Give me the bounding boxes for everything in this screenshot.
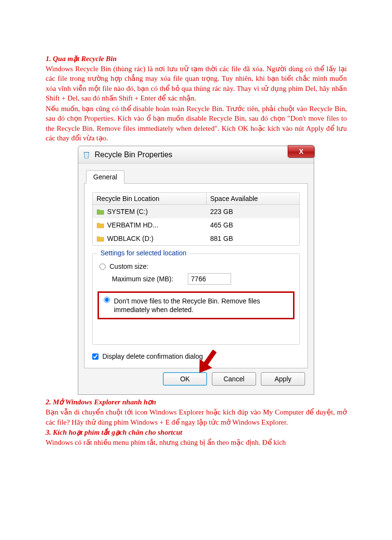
max-size-label: Maximum size (MB): xyxy=(112,275,173,283)
dialog-body: General Recycle Bin Location Space Avail… xyxy=(78,163,314,394)
max-size-input[interactable] xyxy=(188,273,231,285)
table-row[interactable]: WDBLACK (D:) 881 GB xyxy=(93,232,299,245)
disk-space: 465 GB xyxy=(207,219,300,231)
dont-move-radio-row[interactable]: Don't move files to the Recycle Bin. Rem… xyxy=(104,297,288,314)
col-location[interactable]: Recycle Bin Location xyxy=(93,193,207,204)
recycle-bin-properties-dialog: Recycle Bin Properties X General Recycle… xyxy=(78,146,314,395)
disk-space: 223 GB xyxy=(207,206,300,217)
tab-strip: General xyxy=(84,169,308,184)
custom-size-radio-row[interactable]: Custom size: xyxy=(99,263,293,270)
section-3-para-1: Windows có rất nhiều menu phím tắt, nhưn… xyxy=(46,438,347,447)
table-row[interactable]: VERBATIM HD... 465 GB xyxy=(93,218,299,232)
table-row[interactable]: SYSTEM (C:) 223 GB xyxy=(93,205,299,218)
folder-icon xyxy=(97,222,104,228)
section-3-heading: 3. Kích hoạt phím tắt gạch chân cho shor… xyxy=(46,428,347,437)
section-2-heading: 2. Mở Windows Explorer nhanh hơn xyxy=(46,398,347,406)
col-space[interactable]: Space Available xyxy=(207,193,300,204)
max-size-row: Maximum size (MB): xyxy=(112,273,293,285)
disk-name: VERBATIM HD... xyxy=(107,221,158,229)
dialog-button-row: OK Cancel Apply xyxy=(84,368,308,389)
folder-icon xyxy=(97,208,104,215)
recycle-bin-icon xyxy=(82,151,91,159)
custom-size-radio[interactable] xyxy=(99,264,106,270)
close-icon: X xyxy=(299,148,303,155)
tab-panel: Recycle Bin Location Space Available SYS… xyxy=(84,184,308,368)
dont-move-highlight: Don't move files to the Recycle Bin. Rem… xyxy=(98,291,294,319)
dialog-title: Recycle Bin Properties xyxy=(95,151,172,159)
settings-group-title: Settings for selected location xyxy=(98,249,189,257)
settings-group: Settings for selected location Custom si… xyxy=(92,253,300,345)
disk-name: WDBLACK (D:) xyxy=(107,235,153,242)
dont-move-radio[interactable] xyxy=(104,297,110,303)
section-1-para-2: Nếu muốn, bạn cũng có thể disable hoàn t… xyxy=(46,104,347,143)
disk-name: SYSTEM (C:) xyxy=(107,208,148,215)
dialog-titlebar: Recycle Bin Properties X xyxy=(78,146,314,163)
apply-button[interactable]: Apply xyxy=(261,372,305,386)
folder-icon xyxy=(97,235,104,242)
cancel-button[interactable]: Cancel xyxy=(212,372,256,386)
confirm-label: Display delete confirmation dialog xyxy=(102,352,203,360)
custom-size-label: Custom size: xyxy=(110,263,148,270)
section-1-para-1: Windows Recycle Bin (thùng rác) là nơi l… xyxy=(46,64,347,103)
section-2-para-1: Bạn vẫn di chuyển chuột tới icon Windows… xyxy=(46,407,347,427)
section-1-heading: 1. Qua mặt Recycle Bin xyxy=(46,54,347,63)
tab-general[interactable]: General xyxy=(86,170,124,184)
disk-table-header: Recycle Bin Location Space Available xyxy=(93,193,299,205)
dont-move-label: Don't move files to the Recycle Bin. Rem… xyxy=(114,297,288,314)
disk-space: 881 GB xyxy=(207,233,300,244)
disk-table: Recycle Bin Location Space Available SYS… xyxy=(92,192,300,246)
close-button[interactable]: X xyxy=(288,145,315,158)
confirm-checkbox[interactable] xyxy=(92,353,98,360)
